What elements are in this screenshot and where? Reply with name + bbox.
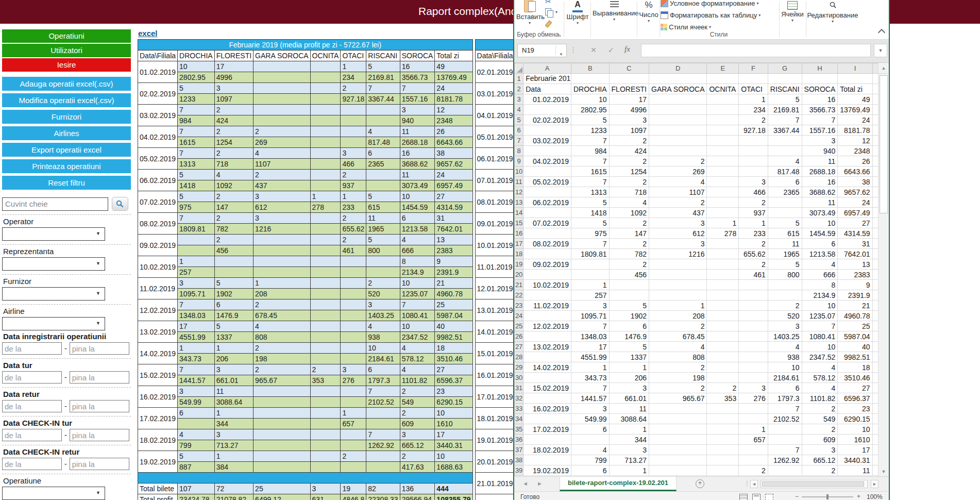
- excel-cell[interactable]: [739, 136, 768, 146]
- excel-cell[interactable]: 05.02.2019: [523, 177, 571, 187]
- row-header-25[interactable]: 25: [515, 321, 523, 331]
- excel-cell[interactable]: 5: [571, 197, 609, 208]
- excel-cell[interactable]: [707, 414, 739, 424]
- excel-cell[interactable]: 549.99: [571, 414, 609, 424]
- excel-cell[interactable]: [523, 414, 571, 424]
- excel-cell[interactable]: 9: [838, 280, 872, 290]
- excel-cell[interactable]: 661.01: [609, 393, 649, 404]
- excel-cell[interactable]: 11: [838, 465, 872, 476]
- zoom-level[interactable]: 100%: [867, 493, 883, 500]
- excel-cell[interactable]: [838, 74, 872, 84]
- data-retur-to-input[interactable]: [70, 400, 129, 412]
- excel-cell[interactable]: 10: [768, 362, 802, 373]
- row-header-32[interactable]: 32: [515, 393, 523, 404]
- excel-cell[interactable]: 6596.37: [838, 393, 872, 404]
- sheet-tab[interactable]: bilete-raport-complex-19.02.201: [560, 477, 677, 491]
- excel-cell[interactable]: 5: [768, 94, 802, 105]
- excel-cell[interactable]: 3510.46: [838, 373, 872, 383]
- next-sheet-icon[interactable]: ►: [537, 480, 543, 487]
- column-header-I[interactable]: I: [838, 63, 872, 74]
- excel-cell[interactable]: Februarie 2019 (media profit pe zi - 572…: [523, 74, 571, 84]
- excel-cell[interactable]: 437: [649, 208, 707, 218]
- excel-cell[interactable]: 520: [768, 311, 802, 321]
- excel-cell[interactable]: [523, 290, 571, 301]
- new-sheet-icon[interactable]: +: [696, 479, 704, 488]
- excel-cell[interactable]: OCNITA: [707, 84, 739, 94]
- excel-cell[interactable]: [707, 321, 739, 331]
- tool-button[interactable]: Modifica operatii excel(.csv): [2, 93, 131, 107]
- row-header-28[interactable]: 28: [515, 352, 523, 362]
- excel-cell[interactable]: [707, 455, 739, 465]
- excel-cell[interactable]: 5987.04: [838, 331, 872, 342]
- excel-cell[interactable]: 1080.41: [802, 331, 838, 342]
- excel-cell[interactable]: 5: [571, 218, 609, 228]
- excel-cell[interactable]: 4: [768, 342, 802, 352]
- excel-cell[interactable]: 353: [707, 393, 739, 404]
- format-painter-icon[interactable]: [545, 20, 552, 27]
- excel-cell[interactable]: [649, 259, 707, 270]
- horizontal-scroll-thumb[interactable]: [762, 481, 864, 487]
- excel-cell[interactable]: [523, 125, 571, 136]
- tool-button[interactable]: Printeaza operatiuni: [2, 159, 131, 173]
- excel-cell[interactable]: 2102.52: [768, 414, 802, 424]
- excel-cell[interactable]: 6: [768, 383, 802, 393]
- excel-cell[interactable]: 2: [609, 259, 649, 270]
- excel-cell[interactable]: [739, 352, 768, 362]
- row-header-19[interactable]: 19: [515, 259, 523, 270]
- excel-cell[interactable]: 678.45: [649, 331, 707, 342]
- excel-cell[interactable]: 03.02.2019: [523, 136, 571, 146]
- nav-button-utilizatori[interactable]: Utilizatori: [2, 44, 131, 57]
- excel-cell[interactable]: [571, 435, 609, 445]
- row-header-20[interactable]: 20: [515, 270, 523, 280]
- excel-cell[interactable]: 7: [768, 115, 802, 125]
- excel-cell[interactable]: 3: [802, 445, 838, 455]
- prev-sheet-icon[interactable]: ◄: [522, 480, 528, 487]
- excel-cell[interactable]: [707, 362, 739, 373]
- excel-cell[interactable]: 7: [571, 321, 609, 331]
- expand-formula-bar-icon[interactable]: ▼: [874, 44, 887, 57]
- excel-cell[interactable]: 4: [649, 342, 707, 352]
- excel-cell[interactable]: 3: [768, 321, 802, 331]
- excel-cell[interactable]: [571, 74, 609, 84]
- excel-cell[interactable]: 27: [838, 383, 872, 393]
- excel-cell[interactable]: [739, 455, 768, 465]
- excel-cell[interactable]: [707, 187, 739, 197]
- excel-cell[interactable]: 2391.9: [838, 290, 872, 301]
- excel-cell[interactable]: 10: [802, 218, 838, 228]
- excel-cell[interactable]: [649, 404, 707, 414]
- excel-cell[interactable]: OTACI: [739, 84, 768, 94]
- excel-cell[interactable]: [523, 393, 571, 404]
- excel-cell[interactable]: 2: [609, 177, 649, 187]
- excel-cell[interactable]: [649, 455, 707, 465]
- nav-button-operatiuni[interactable]: Operatiuni: [2, 29, 131, 43]
- excel-cell[interactable]: [768, 424, 802, 435]
- excel-cell[interactable]: 6: [609, 321, 649, 331]
- excel-cell[interactable]: 6957.49: [838, 208, 872, 218]
- excel-cell[interactable]: 3367.44: [768, 125, 802, 136]
- excel-cell[interactable]: 1809.81: [571, 249, 609, 259]
- page-break-view-icon[interactable]: [765, 494, 773, 500]
- excel-cell[interactable]: 02.02.2019: [523, 115, 571, 125]
- row-header-31[interactable]: 31: [515, 383, 523, 393]
- row-header-38[interactable]: 38: [515, 455, 523, 465]
- excel-export-link[interactable]: excel: [138, 29, 158, 38]
- collapse-ribbon-icon[interactable]: [878, 29, 885, 36]
- excel-cell[interactable]: 1097: [609, 125, 649, 136]
- excel-cell[interactable]: [739, 414, 768, 424]
- excel-cell[interactable]: FLORESTI: [609, 84, 649, 94]
- excel-cell[interactable]: [739, 301, 768, 311]
- excel-cell[interactable]: 3: [609, 383, 649, 393]
- excel-cell[interactable]: 15.02.2019: [523, 383, 571, 393]
- excel-cell[interactable]: [739, 445, 768, 455]
- excel-cell[interactable]: [739, 311, 768, 321]
- excel-cell[interactable]: 1337: [609, 352, 649, 362]
- airline-select[interactable]: ▼: [2, 317, 105, 330]
- excel-cell[interactable]: 4: [649, 177, 707, 187]
- row-header-2[interactable]: 2: [515, 84, 523, 94]
- vertical-scroll-thumb[interactable]: [880, 75, 888, 213]
- excel-cell[interactable]: 5: [609, 301, 649, 311]
- search-input[interactable]: [2, 197, 108, 211]
- excel-cell[interactable]: [707, 301, 739, 311]
- excel-cell[interactable]: 578.12: [802, 373, 838, 383]
- excel-cell[interactable]: 456: [609, 270, 649, 280]
